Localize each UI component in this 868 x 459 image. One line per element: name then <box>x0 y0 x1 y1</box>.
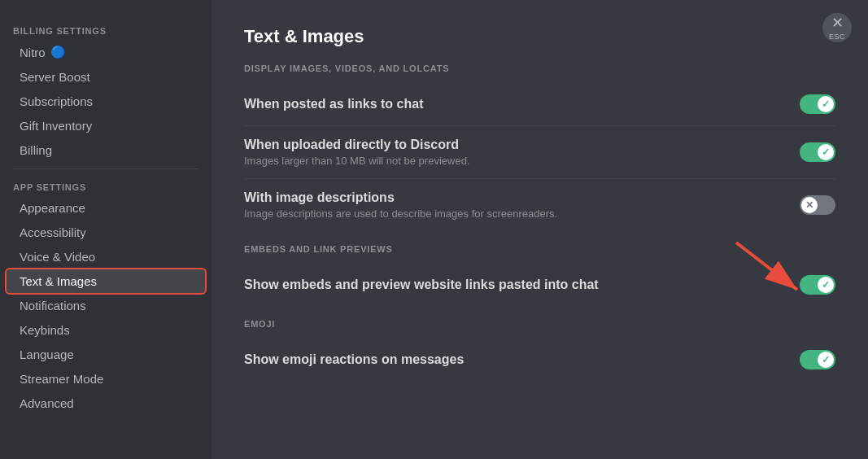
setting-when-posted-links-info: When posted as links to chat <box>244 97 800 111</box>
check-icon: ✓ <box>822 279 830 291</box>
sidebar-item-language[interactable]: Language <box>7 343 205 366</box>
section-display-images: DISPLAY IMAGES, VIDEOS, AND LOLCATS When… <box>244 63 835 231</box>
check-icon: ✓ <box>822 98 830 110</box>
toggle-show-embeds[interactable]: ✓ <box>800 275 835 295</box>
section-label-display-images: DISPLAY IMAGES, VIDEOS, AND LOLCATS <box>244 63 835 73</box>
sidebar-item-nitro-label: Nitro <box>20 46 46 59</box>
setting-show-embeds: Show embeds and preview website links pa… <box>244 264 835 306</box>
section-emoji: EMOJI Show emoji reactions on messages ✓ <box>244 319 835 381</box>
sidebar-item-server-boost[interactable]: Server Boost <box>7 65 205 89</box>
sidebar-item-gift-inventory[interactable]: Gift Inventory <box>7 114 205 138</box>
setting-image-descriptions-title: With image descriptions <box>244 190 783 205</box>
setting-when-posted-links: When posted as links to chat ✓ <box>244 83 835 126</box>
nitro-badge: 🔵 <box>50 45 66 59</box>
setting-when-posted-links-title: When posted as links to chat <box>244 97 783 111</box>
page-title: Text & Images <box>244 26 835 47</box>
sidebar-item-text-images[interactable]: Text & Images <box>7 269 205 293</box>
toggle-when-uploaded-discord[interactable]: ✓ <box>800 142 835 162</box>
x-icon: ✕ <box>805 199 813 211</box>
setting-show-embeds-info: Show embeds and preview website links pa… <box>244 278 800 292</box>
toggle-when-posted-links[interactable]: ✓ <box>800 94 835 114</box>
setting-show-embeds-title: Show embeds and preview website links pa… <box>244 278 783 292</box>
setting-image-descriptions-desc: Image descriptions are used to describe … <box>244 208 783 220</box>
toggle-knob-show-embeds: ✓ <box>818 277 834 293</box>
sidebar-item-subscriptions-label: Subscriptions <box>20 94 93 108</box>
close-icon: ✕ <box>831 15 844 30</box>
sidebar-item-billing-label: Billing <box>20 143 52 157</box>
sidebar-item-streamer-mode[interactable]: Streamer Mode <box>7 367 205 391</box>
sidebar-item-server-boost-label: Server Boost <box>20 70 90 84</box>
section-label-emoji: EMOJI <box>244 319 835 329</box>
billing-section-label: BILLING SETTINGS <box>0 20 212 39</box>
setting-show-emoji-reactions-title: Show emoji reactions on messages <box>244 352 783 367</box>
setting-when-uploaded-discord-desc: Images larger than 10 MB will not be pre… <box>244 155 783 167</box>
sidebar-item-subscriptions[interactable]: Subscriptions <box>7 90 205 113</box>
setting-show-emoji-reactions: Show emoji reactions on messages ✓ <box>244 339 835 381</box>
sidebar-item-notifications[interactable]: Notifications <box>7 294 205 317</box>
sidebar-item-text-images-label: Text & Images <box>20 274 97 288</box>
sidebar-item-gift-inventory-label: Gift Inventory <box>20 119 92 133</box>
sidebar-item-accessibility[interactable]: Accessibility <box>7 221 205 244</box>
sidebar-item-streamer-mode-label: Streamer Mode <box>20 372 103 386</box>
sidebar-item-accessibility-label: Accessibility <box>20 225 86 239</box>
toggle-knob-image-descriptions: ✕ <box>801 197 818 213</box>
setting-image-descriptions-info: With image descriptions Image descriptio… <box>244 190 800 220</box>
setting-when-uploaded-discord-title: When uploaded directly to Discord <box>244 138 783 152</box>
sidebar-item-advanced-label: Advanced <box>20 396 74 410</box>
sidebar-item-keybinds[interactable]: Keybinds <box>7 318 205 342</box>
sidebar-item-advanced[interactable]: Advanced <box>7 391 205 415</box>
setting-image-descriptions: With image descriptions Image descriptio… <box>244 179 835 231</box>
sidebar-item-appearance[interactable]: Appearance <box>7 196 205 220</box>
toggle-knob-when-uploaded-discord: ✓ <box>818 144 834 160</box>
sidebar-item-voice-video[interactable]: Voice & Video <box>7 245 205 269</box>
check-icon: ✓ <box>822 354 830 365</box>
close-button[interactable]: ✕ ESC <box>822 13 852 42</box>
sidebar-item-billing[interactable]: Billing <box>7 138 205 162</box>
setting-when-uploaded-discord-info: When uploaded directly to Discord Images… <box>244 138 800 167</box>
sidebar-item-notifications-label: Notifications <box>20 299 86 313</box>
check-icon: ✓ <box>822 146 830 158</box>
close-button-label: ESC <box>829 33 845 41</box>
sidebar: BILLING SETTINGS Nitro 🔵 Server Boost Su… <box>0 0 212 459</box>
sidebar-item-appearance-label: Appearance <box>20 201 85 215</box>
toggle-show-emoji-reactions[interactable]: ✓ <box>800 350 835 369</box>
toggle-knob-show-emoji-reactions: ✓ <box>818 352 834 368</box>
sidebar-divider <box>13 168 198 169</box>
sidebar-item-voice-video-label: Voice & Video <box>20 250 95 264</box>
setting-show-emoji-reactions-info: Show emoji reactions on messages <box>244 352 800 367</box>
sidebar-item-keybinds-label: Keybinds <box>20 323 70 337</box>
toggle-image-descriptions[interactable]: ✕ <box>800 195 835 215</box>
section-label-embeds: EMBEDS AND LINK PREVIEWS <box>244 244 835 254</box>
setting-when-uploaded-discord: When uploaded directly to Discord Images… <box>244 126 835 179</box>
app-section-label: APP SETTINGS <box>0 176 212 195</box>
toggle-knob-when-posted-links: ✓ <box>818 96 834 112</box>
section-embeds-link-previews: EMBEDS AND LINK PREVIEWS Show embeds and… <box>244 244 835 306</box>
sidebar-item-nitro[interactable]: Nitro 🔵 <box>7 40 205 64</box>
sidebar-item-language-label: Language <box>20 348 74 361</box>
main-content: Text & Images ✕ ESC DISPLAY IMAGES, VIDE… <box>212 0 868 459</box>
